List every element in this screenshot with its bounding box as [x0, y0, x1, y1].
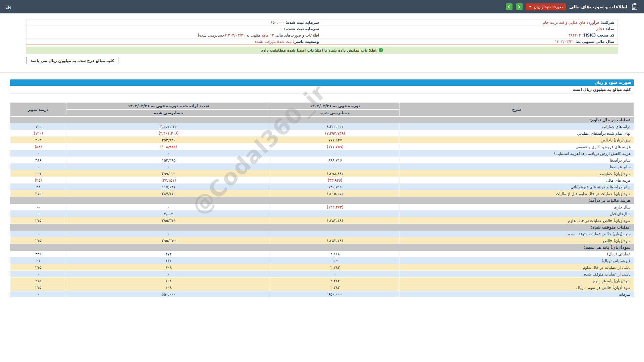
value-prior-period: (۳,۴۰۱,۲۰۶) [66, 130, 271, 137]
value-current-period: (۷,۴۹۴,۷۳۹) [271, 130, 399, 137]
company-info-cell-right: سال مالی منتهی به: ۱۴۰۴/۰۳/۳۱ [322, 39, 618, 45]
page: اطلاعات و صورت‌های مالی صورت سود و زیان … [0, 0, 644, 362]
row-description: سایر درآمدها و هزینه های غیرعملیاتي [399, 184, 634, 190]
info-value: قجام [596, 26, 604, 31]
value-percent-change: ۱۲۶ [10, 123, 66, 130]
value-prior-period: ۳,۶۵۶,۱۳۶ [66, 123, 271, 130]
info-value: ۱۴۰۴/۰۳/۳۱ [555, 39, 574, 44]
company-info-cell-right: نماد: قجام [322, 26, 618, 32]
statement-title-bar: صورت سود و زیان [10, 79, 634, 86]
value-current-period: ۲,۲۸۲ [271, 284, 399, 291]
info-value: (حسابرسی شده) [198, 33, 226, 38]
company-info-panel: شرکت: فرآورده هاي غذايي و قند تربت جامسر… [26, 19, 618, 64]
statement-data-row: سال جاری(۱۲۲,۴۷۳)۰-- [10, 204, 634, 210]
value-percent-change: ۳۱۴ [10, 190, 66, 197]
statement-type-dropdown[interactable]: صورت سود و زیان [526, 3, 566, 10]
chevron-down-icon [529, 6, 532, 7]
next-statement-button[interactable] [516, 3, 523, 10]
statement-data-row: درآمدهای عملیاتي۸,۲۶۶,۶۶۶۳,۶۵۶,۱۳۶۱۲۶ [10, 123, 634, 130]
row-description: درآمدهای عملیاتي [399, 123, 634, 130]
info-value: منتهی به [245, 33, 261, 38]
top-navbar: اطلاعات و صورت‌های مالی صورت سود و زیان … [0, 0, 644, 13]
value-current-period: ۲,۲۸۲ [271, 264, 399, 271]
row-description: سود(زیان) عملیات در حال تداوم قبل از مال… [399, 190, 634, 197]
value-percent-change: ۴۰۱ [10, 170, 66, 177]
row-description: سود(زیان) خالص عملیات در حال تداوم [399, 217, 634, 224]
statement-data-row: بهای تمام شده درآمدهای عملیاتي(۷,۴۹۴,۷۳۹… [10, 130, 634, 137]
value-prior-period: (۱۰۸,۹۸۵) [66, 143, 271, 150]
value-percent-change: ۲۱ [10, 257, 66, 264]
value-prior-period: ۳۹۵,۳۷۹ [66, 237, 271, 244]
value-prior-period: ۶۰۸ [66, 264, 271, 271]
currency-note: کلیه مبالغ درج شده به میلیون ریال می باش… [26, 57, 118, 64]
value-prior-period: ۲۵۴,۹۳۰ [66, 137, 271, 143]
value-prior-period: ۷,۶۶۹ [66, 210, 271, 217]
value-current-period: (۳۳,۹۴۶) [271, 177, 399, 184]
statement-section-row: عملیات متوقف شده: [10, 224, 634, 231]
value-percent-change: ۴۸۶ [10, 157, 66, 164]
row-description: سود (زیان) خالص هر سهم – ریال [399, 284, 634, 291]
statement-data-row: سود(زیان) خالص عملیات در حال تداوم۱,۴۸۳,… [10, 217, 634, 224]
statement-data-row: سود (زیان) خالص عملیات متوقف شده۰۰۰ [10, 231, 634, 237]
value-percent-change: (۱۲۰) [10, 130, 66, 137]
row-description: سود(زیان) خالص [399, 237, 634, 244]
statement-data-row: سایر درآمدها و هزینه های غیرعملیاتي۱۴۰,۷… [10, 184, 634, 190]
statement-data-row: سود(زیان) عملیات در حال تداوم قبل از مال… [10, 190, 634, 197]
value-prior-period: ۱۵۳,۲۹۵ [66, 157, 271, 164]
value-percent-change: ۰ [10, 291, 66, 298]
info-value: ۶۵۰,۰۰۰ [271, 20, 284, 25]
value-percent-change: ۰ [10, 231, 66, 237]
value-current-period: ۱,۴۸۳,۱۸۱ [271, 237, 399, 244]
statement-data-row: غیرعملیاتي (ریال)۱۶۴۱۳۶۲۱ [10, 257, 634, 264]
column-header-description: شرح [399, 103, 634, 117]
value-prior-period: ۶۵۰,۰۰۰ [66, 291, 271, 298]
info-label: سال مالی منتهی به: [574, 39, 614, 44]
value-current-period: ۱۶۴ [271, 257, 399, 264]
value-current-period: (۱۷۱,۷۵۹) [271, 143, 399, 150]
row-description: سود(زیان) پایه هر سهم [399, 278, 634, 284]
value-current-period: ۰ [271, 231, 399, 237]
navbar-right-group: اطلاعات و صورت‌های مالی صورت سود و زیان [506, 3, 639, 11]
row-description: هزینه های فروش، اداری و عمومی [399, 143, 634, 150]
chevron-left-icon [507, 5, 511, 9]
info-value: اطلاعات و صورت‌های مالی [274, 33, 319, 38]
company-info-cell-left: سرمایه ثبت شده: ۶۵۰,۰۰۰ [26, 19, 322, 26]
row-description: سود(زیان) ناخالص [399, 137, 634, 143]
value-percent-change: ۰ [10, 164, 66, 170]
company-info-table: شرکت: فرآورده هاي غذايي و قند تربت جامسر… [26, 19, 618, 45]
info-label: سرمایه ثبت نشده: [283, 26, 319, 31]
row-description: هزینه کاهش ارزش دریافتنی ها (هزینه استثن… [399, 150, 634, 157]
signature-match-banner: i اطلاعات نمایش داده شده با اطلاعات امضا… [26, 47, 618, 54]
statement-data-row: سایر درآمدها۸۹۸,۷۱۶۱۵۳,۲۹۵۴۸۶ [10, 157, 634, 164]
value-prior-period: ۰ [66, 164, 271, 170]
row-description: عملیاتي (ریال) [399, 251, 634, 257]
row-description: هزینه های مالی [399, 177, 634, 184]
company-info-cell-left: اطلاعات و صورت‌های مالی ۱۲ ماهه منتهی به… [26, 32, 322, 39]
value-current-period: ۷۷۱,۹۲۷ [271, 137, 399, 143]
prev-statement-button[interactable] [506, 3, 513, 10]
info-value: ۱۴۰۴/۰۳/۳۱ [226, 33, 245, 38]
statement-table-head: شرح دوره منتهی به ۱۴۰۴/۰۳/۳۱ تجدید ارائه… [10, 103, 634, 117]
statement-data-row: سود (زیان) خالص هر سهم – ریال۲,۲۸۲۶۰۸۲۷۵ [10, 284, 634, 291]
currency-note-row: کلیه مبالغ درج شده به میلیون ریال می باش… [26, 57, 618, 64]
value-prior-period: ۰ [66, 204, 271, 210]
section-title: سود(زیان) پایه هر سهم: [10, 244, 634, 251]
statement-data-row: عملیاتي (ریال)۲,۱۱۸۴۷۲۳۴۹ [10, 251, 634, 257]
statement-data-row: سایر هزینه‌ها۰۰۰ [10, 164, 634, 170]
language-toggle[interactable]: EN [5, 5, 11, 10]
value-percent-change: ۳۴۹ [10, 251, 66, 257]
company-info-cell-left: وضعیت ناشر: ثبت شده پذیرفته نشده [26, 39, 322, 45]
row-description: ناشی از عملیات در حال تداوم [399, 264, 634, 271]
statement-data-row: هزینه های مالی(۳۳,۹۴۶)(۲۷,۱۵۱)(۲۵) [10, 177, 634, 184]
section-divider [0, 72, 644, 73]
statement-unit-note: کلیه مبالغ به میلیون ریال است [10, 86, 634, 94]
value-percent-change: ۰ [10, 271, 66, 278]
row-description: سود (زیان) خالص عملیات متوقف شده [399, 231, 634, 237]
value-current-period: ۱,۴۸۳,۱۸۱ [271, 217, 399, 224]
statement-data-row: سال‌های قبل۰۷,۶۶۹-- [10, 210, 634, 217]
value-prior-period: ۲۹۹,۲۴۰ [66, 170, 271, 177]
value-percent-change: ۲۲ [10, 184, 66, 190]
info-value: ۳۸۴۲۰۲ [569, 33, 581, 38]
info-value: ثبت شده پذیرفته نشده [255, 39, 292, 44]
value-current-period: ۶۵۰,۰۰۰ [271, 291, 399, 298]
